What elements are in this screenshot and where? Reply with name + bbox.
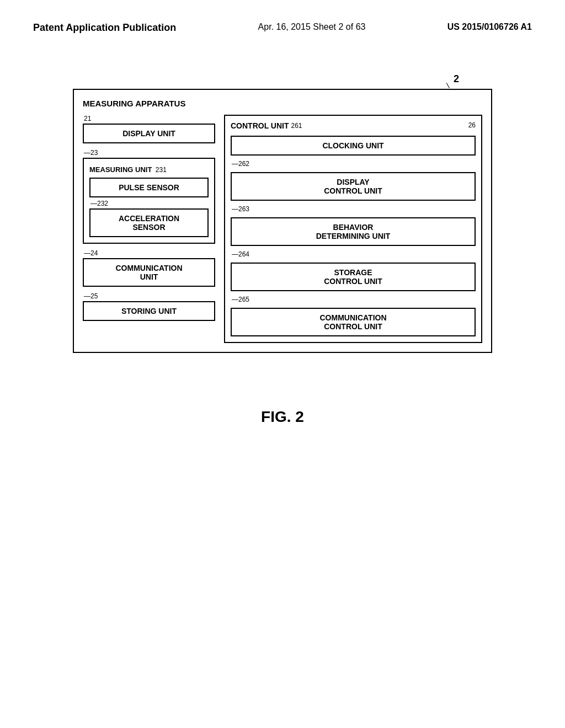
right-col-main-ref: 26 (468, 121, 476, 129)
display-control-unit-box: DISPLAYCONTROL UNIT (231, 172, 476, 201)
behavior-determining-box: BEHAVIORDETERMINING UNIT (231, 217, 476, 246)
display-control-item: DISPLAYCONTROL UNIT (231, 172, 476, 201)
measuring-unit-sub-ref: 231 (156, 166, 167, 174)
measuring-unit-wrapper: —23 MEASURING UNIT 231 PULSE SENSOR (83, 149, 215, 244)
behavior-ref: —263 (231, 205, 476, 213)
measuring-unit-title-row: MEASURING UNIT 231 (89, 164, 209, 174)
page-header: Patent Application Publication Apr. 16, … (0, 0, 565, 45)
storing-unit-ref: —25 (83, 292, 215, 300)
pulse-sensor-box: PULSE SENSOR (89, 178, 209, 197)
main-box-label: MEASURING APPARATUS (83, 99, 482, 108)
main-figure-ref: 2 (454, 73, 459, 85)
right-units-list: CLOCKING UNIT —262 DISPLAYCONTROL UNIT —… (231, 136, 476, 336)
main-content: 21 DISPLAY UNIT —23 MEASURING UNIT 231 (83, 115, 482, 343)
measuring-unit-ref: —23 (83, 149, 215, 157)
display-unit-box: DISPLAY UNIT (83, 124, 215, 143)
storage-control-box: STORAGECONTROL UNIT (231, 263, 476, 291)
behavior-determining-item: BEHAVIORDETERMINING UNIT (231, 217, 476, 246)
acceleration-ref: —232 (89, 200, 209, 207)
measuring-unit-box: MEASURING UNIT 231 PULSE SENSOR —232 (83, 158, 215, 244)
right-column: CONTROL UNIT 261 26 CLOCKING UNIT —262 (224, 115, 482, 343)
figure-caption: FIG. 2 (0, 408, 565, 448)
control-unit-label: CONTROL UNIT (231, 121, 289, 130)
header-patent-number: US 2015/0106726 A1 (447, 22, 532, 32)
communication-unit-box: COMMUNICATIONUNIT (83, 258, 215, 287)
storage-control-ref: —264 (231, 250, 476, 258)
control-unit-ref: 261 (291, 122, 302, 130)
control-unit-header: CONTROL UNIT 261 26 (231, 121, 476, 130)
acceleration-sensor-box: ACCELERATIONSENSOR (89, 208, 209, 237)
storing-unit-wrapper: —25 STORING UNIT (83, 292, 215, 321)
diagram-wrapper: 2 / MEASURING APPARATUS 21 DISPLAY UNIT (73, 89, 492, 353)
display-unit-wrapper: 21 DISPLAY UNIT (83, 115, 215, 143)
storage-control-item: STORAGECONTROL UNIT (231, 263, 476, 291)
left-column: 21 DISPLAY UNIT —23 MEASURING UNIT 231 (83, 115, 215, 343)
pulse-sensor-wrapper: PULSE SENSOR (89, 178, 209, 197)
clocking-unit-box: CLOCKING UNIT (231, 136, 476, 156)
header-date-sheet: Apr. 16, 2015 Sheet 2 of 63 (258, 22, 366, 32)
communication-control-item: COMMUNICATIONCONTROL UNIT (231, 308, 476, 336)
clocking-unit-item: CLOCKING UNIT (231, 136, 476, 156)
measuring-unit-label: MEASURING UNIT (89, 165, 152, 174)
communication-unit-ref: —24 (83, 249, 215, 257)
display-control-ref: —262 (231, 160, 476, 168)
header-publication-label: Patent Application Publication (33, 22, 176, 34)
diagram-area: 2 / MEASURING APPARATUS 21 DISPLAY UNIT (0, 56, 565, 375)
comm-control-ref: —265 (231, 296, 476, 303)
display-unit-ref: 21 (83, 115, 215, 122)
main-apparatus-box: MEASURING APPARATUS 21 DISPLAY UNIT —23 (73, 89, 492, 353)
communication-unit-wrapper: —24 COMMUNICATIONUNIT (83, 249, 215, 287)
communication-control-box: COMMUNICATIONCONTROL UNIT (231, 308, 476, 336)
ref-tick: / (444, 82, 452, 89)
storing-unit-box: STORING UNIT (83, 301, 215, 321)
